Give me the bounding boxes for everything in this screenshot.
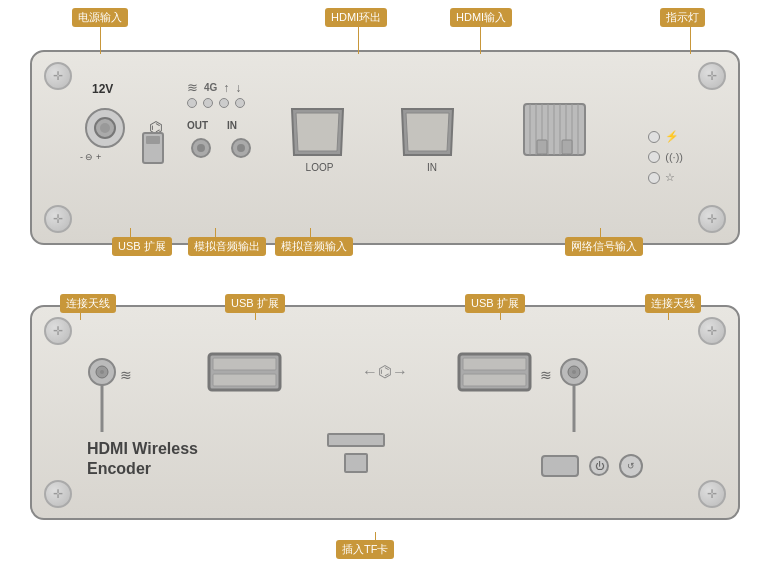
screw-bottom-tr: [698, 317, 726, 345]
label-antenna-right: 连接天线: [645, 294, 701, 313]
svg-rect-34: [463, 358, 526, 370]
label-hdmi-loop: HDMI环出: [325, 8, 387, 27]
label-power-input: 电源输入: [72, 8, 128, 27]
svg-rect-24: [537, 140, 547, 154]
svg-rect-35: [463, 374, 526, 386]
polarity-label: - ⊖ +: [80, 152, 101, 162]
top-device-panel: 12V - ⊖ + ⌬ OUT IN: [30, 50, 740, 245]
voltage-label: 12V: [92, 82, 113, 96]
led-row-3: ☆: [648, 171, 683, 184]
signal-dots: [187, 98, 245, 108]
label-analog-audio-in: 模拟音频输入: [275, 237, 353, 256]
title-line2: Encoder: [87, 460, 198, 478]
signal-indicators: ≋ 4G ↑ ↓: [187, 80, 241, 95]
screw-bl: [44, 205, 72, 233]
svg-point-9: [237, 144, 245, 152]
power-button[interactable]: ⏻: [589, 456, 609, 476]
main-container: 12V - ⊖ + ⌬ OUT IN: [0, 0, 769, 567]
label-hdmi-input: HDMI输入: [450, 8, 512, 27]
power-icon: ⏻: [595, 461, 604, 471]
screw-tl: [44, 62, 72, 90]
label-indicator-light: 指示灯: [660, 8, 705, 27]
led-row-1: ⚡: [648, 130, 683, 143]
reset-icon: ↺: [627, 461, 635, 471]
antenna-right-port: [559, 357, 589, 436]
label-antenna-left: 连接天线: [60, 294, 116, 313]
usb-port-top: [142, 132, 164, 168]
label-network-signal: 网络信号输入: [565, 237, 643, 256]
led-2: [648, 151, 660, 163]
usb-large-right: [457, 352, 532, 396]
device-title: HDMI Wireless Encoder: [87, 438, 198, 478]
screw-tr: [698, 62, 726, 90]
in-label2: IN: [412, 162, 452, 173]
svg-rect-5: [146, 136, 160, 144]
usb-symbol-between: ←⌬→: [362, 362, 408, 381]
led-1-icon: ⚡: [665, 130, 679, 143]
screw-bottom-br: [698, 480, 726, 508]
download-icon: ↓: [235, 81, 241, 95]
dot-4g: [203, 98, 213, 108]
led-3-icon: ☆: [665, 171, 675, 184]
led-3: [648, 172, 660, 184]
svg-rect-25: [562, 140, 572, 154]
upload-icon: ↑: [223, 81, 229, 95]
ethernet-port: [522, 102, 587, 161]
4g-label: 4G: [204, 82, 217, 93]
sd-slot: [344, 453, 368, 473]
label-usb-expand-bottom-left: USB 扩展: [225, 294, 285, 313]
screw-bottom-tl: [44, 317, 72, 345]
wifi-right-icon: ≋: [540, 367, 552, 383]
label-insert-tf: 插入TF卡: [336, 540, 394, 559]
label-usb-expand-top: USB 扩展: [112, 237, 172, 256]
usb-large-left: [207, 352, 282, 396]
out-label: OUT: [187, 120, 208, 131]
label-usb-expand-bottom-right: USB 扩展: [465, 294, 525, 313]
svg-marker-11: [296, 113, 339, 151]
toggle-switch[interactable]: [541, 455, 579, 477]
dot-upload: [219, 98, 229, 108]
power-port: [84, 107, 126, 153]
led-group: ⚡ ((·)) ☆: [648, 130, 683, 184]
label-analog-audio-out: 模拟音频输出: [188, 237, 266, 256]
antenna-left-port: [87, 357, 117, 436]
dot-download: [235, 98, 245, 108]
hdmi-loop-port: [290, 107, 345, 161]
audio-out-port: [190, 137, 212, 163]
title-line1: HDMI Wireless: [87, 438, 198, 460]
led-1: [648, 131, 660, 143]
loop-label: LOOP: [297, 162, 342, 173]
svg-rect-31: [213, 358, 276, 370]
svg-marker-13: [406, 113, 449, 151]
controls-area: ⏻ ↺: [541, 454, 643, 478]
in-label: IN: [227, 120, 237, 131]
dot-wifi: [187, 98, 197, 108]
svg-point-7: [197, 144, 205, 152]
svg-point-2: [100, 123, 110, 133]
svg-point-28: [100, 370, 104, 374]
screw-br: [698, 205, 726, 233]
reset-button[interactable]: ↺: [619, 454, 643, 478]
tf-slot-area: [327, 433, 385, 473]
svg-point-38: [572, 370, 576, 374]
svg-rect-32: [213, 374, 276, 386]
bottom-device-panel: ≋ ←⌬→ ≋: [30, 305, 740, 520]
screw-bottom-bl: [44, 480, 72, 508]
wifi-signal-icon: ≋: [187, 80, 198, 95]
wifi-left-icon: ≋: [120, 367, 132, 383]
hdmi-in-port: [400, 107, 455, 161]
tf-slot: [327, 433, 385, 447]
led-2-icon: ((·)): [665, 151, 683, 163]
audio-in-port: [230, 137, 252, 163]
led-row-2: ((·)): [648, 151, 683, 163]
